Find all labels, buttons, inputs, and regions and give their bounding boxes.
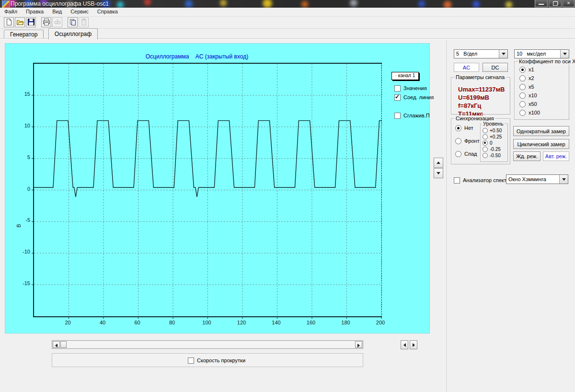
radio-xcoeff-x10[interactable]: x10: [519, 92, 540, 101]
radio-xcoeff-x100[interactable]: x100: [519, 109, 540, 118]
trace-up-button[interactable]: [434, 158, 443, 168]
wait-mode-button[interactable]: Жд. реж.: [513, 151, 540, 161]
open-folder-toolbar-button[interactable]: [15, 17, 25, 27]
x-tick-label: 20: [60, 320, 76, 325]
copy-icon: [68, 18, 77, 26]
radio-level-+0.50[interactable]: +0.50: [483, 127, 502, 133]
x-tick-label: 100: [199, 320, 215, 325]
copy-toolbar-button[interactable]: [68, 17, 78, 27]
tab-Генератор[interactable]: Генератор: [4, 30, 44, 39]
radio-icon: [519, 75, 526, 81]
legend-checkbox-Сглажив.П[interactable]: Сглажив.П: [394, 112, 430, 119]
sync-options: НетФронтСпад: [455, 125, 480, 163]
x-tick-label: 120: [233, 320, 250, 325]
menu-item-Вид[interactable]: Вид: [48, 8, 66, 15]
tab-Осциллограф[interactable]: Осциллограф: [48, 28, 98, 39]
auto-mode-button[interactable]: Авт. реж.: [543, 151, 569, 161]
radio-icon: [483, 134, 488, 139]
radio-sync-Нет[interactable]: Нет: [455, 125, 480, 138]
app-icon: [2, 0, 10, 8]
signal-param-line: f=87кГц: [458, 102, 505, 110]
checkbox-icon: [454, 177, 460, 184]
ac-coupling-button[interactable]: AC: [454, 63, 479, 72]
left-arrow-icon: [55, 344, 58, 347]
sync-level-options: +0.50+0.250-0.25-0.50: [483, 127, 502, 158]
radio-level--0.50[interactable]: -0.50: [483, 152, 502, 158]
oscillogram-panel: Осциллограмма AC (закрытый вход) 151050-…: [5, 43, 430, 334]
paste-toolbar-button: [79, 17, 89, 27]
single-measure-button[interactable]: Однократный замер: [513, 126, 569, 136]
close-button[interactable]: ×: [563, 0, 575, 7]
signal-params-group: Параметры сигнала Umax=11237мВU=6199мВf=…: [451, 77, 510, 115]
waveform-svg: [34, 64, 381, 316]
y-tick-label: 10: [18, 123, 30, 128]
y-tick-label: 0: [18, 186, 30, 192]
spectrum-window-select[interactable]: Окно Хэмминга: [506, 174, 568, 184]
radio-xcoeff-x5[interactable]: x5: [519, 83, 540, 92]
radio-icon: [519, 110, 526, 116]
trace-down-button[interactable]: [434, 168, 443, 178]
find-icon: [53, 18, 62, 26]
cyclic-measure-button[interactable]: Циклический замер: [513, 139, 569, 149]
x-tick-label: 60: [129, 320, 146, 325]
menu-item-Правка[interactable]: Правка: [22, 8, 48, 15]
menu-item-Файл[interactable]: Файл: [0, 8, 22, 15]
restore-button[interactable]: [549, 0, 562, 7]
volts-per-div-select[interactable]: 5 В/дел: [454, 49, 508, 58]
radio-icon: [455, 125, 461, 131]
x-tick-label: 180: [338, 320, 354, 325]
menu-item-Справка[interactable]: Справка: [93, 8, 122, 15]
radio-sync-Спад[interactable]: Спад: [455, 150, 480, 163]
signal-param-line: U=6199мВ: [458, 93, 505, 102]
radio-xcoeff-x2[interactable]: x2: [519, 75, 540, 83]
x-tick-label: 200: [372, 320, 389, 325]
checkbox-icon: [394, 113, 401, 119]
radio-icon: [519, 101, 526, 107]
print-toolbar-button[interactable]: [41, 17, 51, 27]
signal-param-line: Umax=11237мВ: [458, 85, 505, 93]
chart-plot-area: [33, 63, 382, 317]
checkbox-icon: [394, 85, 401, 92]
radio-icon: [519, 92, 526, 99]
menu-item-Сервис[interactable]: Сервис: [66, 8, 93, 15]
panel-divider: [447, 39, 447, 392]
scroll-speed-checkbox[interactable]: Скорость прокрутки: [188, 357, 245, 364]
x-tick-label: 140: [268, 320, 285, 325]
radio-xcoeff-x50[interactable]: x50: [519, 101, 540, 109]
toolbar: [0, 17, 575, 29]
y-tick-label: 15: [18, 91, 30, 97]
right-arrow-icon: [413, 343, 415, 347]
sync-level-group: Уровень +0.50+0.250-0.25-0.50: [480, 124, 508, 162]
legend-checkbox-Значения[interactable]: Значения: [394, 85, 427, 92]
horizontal-scrollbar[interactable]: [52, 340, 363, 349]
scrollbar-left-button[interactable]: [53, 341, 60, 348]
minimize-button[interactable]: [535, 0, 548, 7]
radio-level--0.25[interactable]: -0.25: [483, 146, 502, 152]
y-tick-label: -5: [18, 217, 30, 223]
time-per-div-select[interactable]: 10 мкс/дел: [514, 49, 569, 58]
dropdown-arrow-icon: [560, 50, 569, 58]
radio-level-0[interactable]: 0: [483, 139, 502, 146]
dc-coupling-button[interactable]: DC: [483, 63, 508, 72]
channel-1-legend-button[interactable]: · канал 1: [391, 72, 419, 80]
radio-xcoeff-x1[interactable]: x1: [519, 66, 540, 75]
sync-group: Синхронизация НетФронтСпад Уровень +0.50…: [451, 118, 510, 164]
spectrum-analyzer-checkbox[interactable]: Анализатор спектра: [454, 177, 512, 184]
y-tick-label: -10: [18, 249, 30, 254]
radio-level-+0.25[interactable]: +0.25: [483, 133, 502, 139]
radio-icon: [455, 151, 461, 157]
scrollbar-right-button[interactable]: [355, 341, 362, 348]
step-left-button[interactable]: [401, 340, 408, 349]
radio-icon: [483, 147, 488, 152]
radio-icon: [483, 153, 488, 158]
x-tick-label: 40: [94, 320, 111, 325]
print-icon: [42, 18, 51, 26]
step-right-button[interactable]: [410, 340, 417, 349]
radio-sync-Фронт[interactable]: Фронт: [455, 138, 480, 150]
legend-checkbox-Соед. линия[interactable]: Соед. линия: [394, 94, 434, 101]
chart-title: Осциллограмма AC (закрытый вход): [5, 53, 389, 60]
right-arrow-icon: [357, 344, 360, 347]
new-file-toolbar-button[interactable]: [4, 17, 14, 27]
save-toolbar-button[interactable]: [26, 17, 36, 27]
scrollbar-thumb[interactable]: [60, 341, 67, 348]
